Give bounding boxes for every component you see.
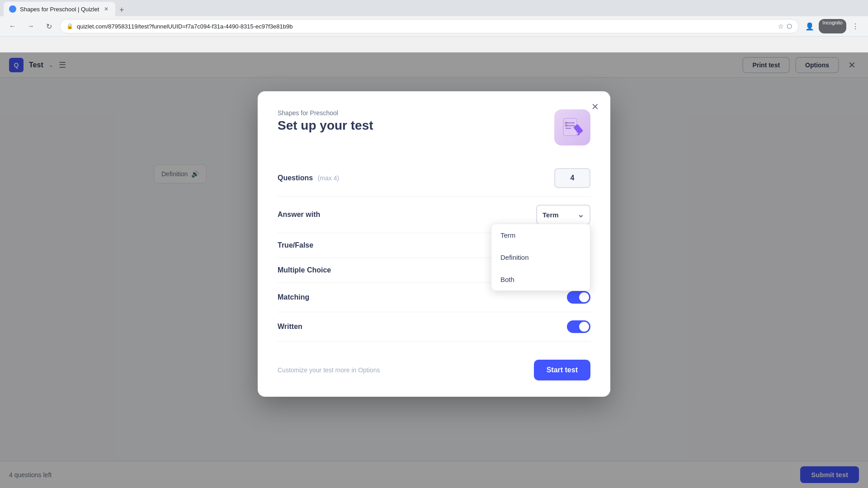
questions-row: Questions (max 4) (278, 160, 590, 197)
written-toggle[interactable] (567, 320, 590, 333)
matching-label: Matching (278, 293, 309, 301)
address-bar[interactable]: 🔒 quizlet.com/879583119/test?funnelUUID=… (60, 19, 799, 33)
modal-header: Shapes for Preschool Set up your test (278, 109, 590, 145)
address-bar-icons: ☆ ⬡ (778, 23, 792, 30)
answer-with-dropdown-menu: Term Definition Both (491, 224, 590, 291)
questions-label: Questions (max 4) (278, 174, 339, 182)
setup-test-modal: ✕ Shapes for Preschool Set up your test (258, 91, 610, 397)
active-tab[interactable]: Shapes for Preschool | Quizlet ✕ (4, 2, 115, 16)
tab-favicon (9, 5, 16, 13)
lock-icon: 🔒 (66, 23, 73, 29)
answer-with-dropdown[interactable]: Term ⌄ (536, 205, 590, 225)
browser-toolbar: ← → ↻ 🔒 quizlet.com/879583119/test?funne… (0, 16, 868, 36)
modal-title: Set up your test (278, 118, 554, 133)
answer-dropdown-chevron: ⌄ (577, 210, 584, 220)
modal-subtitle: Shapes for Preschool (278, 109, 554, 117)
incognito-badge[interactable]: Incognito (819, 19, 846, 33)
dropdown-option-term[interactable]: Term (491, 224, 590, 246)
tab-title: Shapes for Preschool | Quizlet (20, 6, 99, 13)
written-toggle-knob (579, 322, 589, 332)
tab-close-button[interactable]: ✕ (103, 5, 110, 13)
questions-input[interactable] (554, 168, 590, 188)
modal-title-area: Shapes for Preschool Set up your test (278, 109, 554, 133)
modal-close-button[interactable]: ✕ (587, 99, 603, 115)
modal-footer: Customize your test more in Options Star… (278, 356, 590, 380)
matching-toggle-knob (579, 292, 589, 302)
new-tab-button[interactable]: + (115, 4, 128, 16)
multiple-choice-label: Multiple Choice (278, 266, 331, 274)
answer-with-value: Term (542, 211, 559, 219)
customize-text: Customize your test more in Options (278, 366, 380, 374)
refresh-button[interactable]: ↻ (42, 19, 56, 33)
url-text: quizlet.com/879583119/test?funnelUUID=f7… (77, 23, 774, 30)
star-icon[interactable]: ☆ (778, 23, 784, 30)
svg-marker-7 (577, 134, 580, 136)
start-test-button[interactable]: Start test (534, 360, 590, 380)
profile-icon[interactable]: 👤 (802, 19, 817, 33)
modal-icon (554, 109, 590, 145)
matching-toggle[interactable] (567, 291, 590, 304)
written-label: Written (278, 323, 302, 331)
answer-with-label: Answer with (278, 211, 320, 219)
svg-point-4 (565, 122, 567, 124)
written-row: Written (278, 312, 590, 342)
questions-max-label: (max 4) (318, 174, 339, 182)
extensions-icon[interactable]: ⬡ (787, 23, 792, 30)
dropdown-option-definition[interactable]: Definition (491, 246, 590, 268)
forward-button[interactable]: → (24, 19, 38, 33)
answer-with-row: Answer with Term ⌄ Term Definition Both (278, 197, 590, 233)
dropdown-option-both[interactable]: Both (491, 268, 590, 291)
back-button[interactable]: ← (5, 19, 20, 33)
tab-bar: Shapes for Preschool | Quizlet ✕ + (0, 0, 868, 16)
true-false-label: True/False (278, 241, 313, 249)
svg-point-5 (565, 124, 567, 127)
browser-actions: 👤 Incognito ⋮ (802, 19, 863, 33)
browser-menu-button[interactable]: ⋮ (848, 19, 863, 33)
